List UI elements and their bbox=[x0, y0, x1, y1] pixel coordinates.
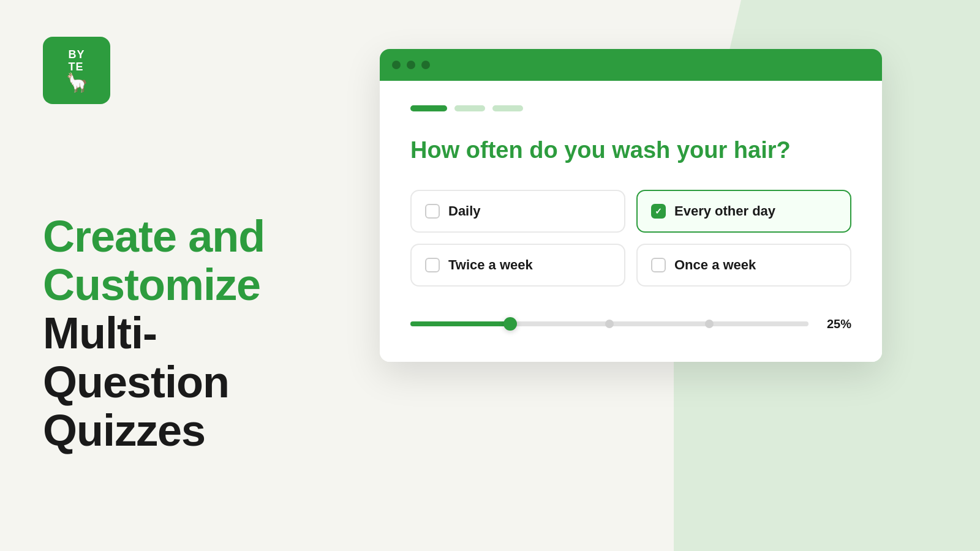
progress-step-2 bbox=[454, 105, 485, 111]
tagline-line2: Customize bbox=[43, 260, 260, 309]
option-once-a-week-label: Once a week bbox=[674, 257, 756, 273]
progress-step-3 bbox=[492, 105, 523, 111]
right-panel: How often do you wash your hair? Daily ✓… bbox=[380, 49, 900, 490]
browser-body: How often do you wash your hair? Daily ✓… bbox=[380, 81, 882, 362]
slider-dot-75 bbox=[705, 320, 714, 328]
option-once-a-week[interactable]: Once a week bbox=[636, 244, 851, 287]
progress-step-active bbox=[410, 105, 447, 111]
slider-dot-50 bbox=[605, 320, 614, 328]
slider-fill bbox=[410, 321, 510, 326]
option-daily-checkbox bbox=[425, 204, 440, 219]
option-every-other-day[interactable]: ✓ Every other day bbox=[636, 190, 851, 233]
browser-dot-1 bbox=[392, 61, 401, 69]
browser-titlebar bbox=[380, 49, 882, 81]
logo-icon: 🦙 bbox=[66, 73, 88, 92]
tagline: Create and Customize Multi-Question Quiz… bbox=[43, 212, 337, 455]
tagline-line1: Create and bbox=[43, 212, 265, 261]
slider-track bbox=[410, 321, 809, 326]
option-every-other-day-checkbox: ✓ bbox=[651, 204, 666, 219]
question-title: How often do you wash your hair? bbox=[410, 136, 851, 165]
left-panel: BY TE 🦙 Create and Customize Multi-Quest… bbox=[0, 0, 380, 551]
option-daily-label: Daily bbox=[448, 203, 481, 219]
options-grid: Daily ✓ Every other day Twice a week bbox=[410, 190, 851, 287]
tagline-line3: Multi-Question bbox=[43, 309, 229, 406]
browser-dot-2 bbox=[407, 61, 415, 69]
slider-thumb[interactable] bbox=[503, 317, 517, 331]
option-daily[interactable]: Daily bbox=[410, 190, 625, 233]
browser-dot-3 bbox=[421, 61, 430, 69]
browser-window: How often do you wash your hair? Daily ✓… bbox=[380, 49, 882, 362]
option-twice-a-week-checkbox bbox=[425, 258, 440, 272]
option-every-other-day-label: Every other day bbox=[674, 203, 775, 219]
logo-text-line2: TE bbox=[68, 61, 83, 73]
option-twice-a-week-label: Twice a week bbox=[448, 257, 533, 273]
option-once-a-week-checkbox bbox=[651, 258, 666, 272]
slider-percentage-label: 25% bbox=[821, 317, 851, 331]
progress-slider[interactable]: 25% bbox=[410, 317, 851, 331]
tagline-line4: Quizzes bbox=[43, 406, 205, 455]
logo: BY TE 🦙 bbox=[43, 37, 110, 104]
checkmark-icon: ✓ bbox=[655, 206, 662, 216]
logo-text-line1: BY bbox=[68, 48, 85, 61]
progress-indicator bbox=[410, 105, 851, 111]
option-twice-a-week[interactable]: Twice a week bbox=[410, 244, 625, 287]
